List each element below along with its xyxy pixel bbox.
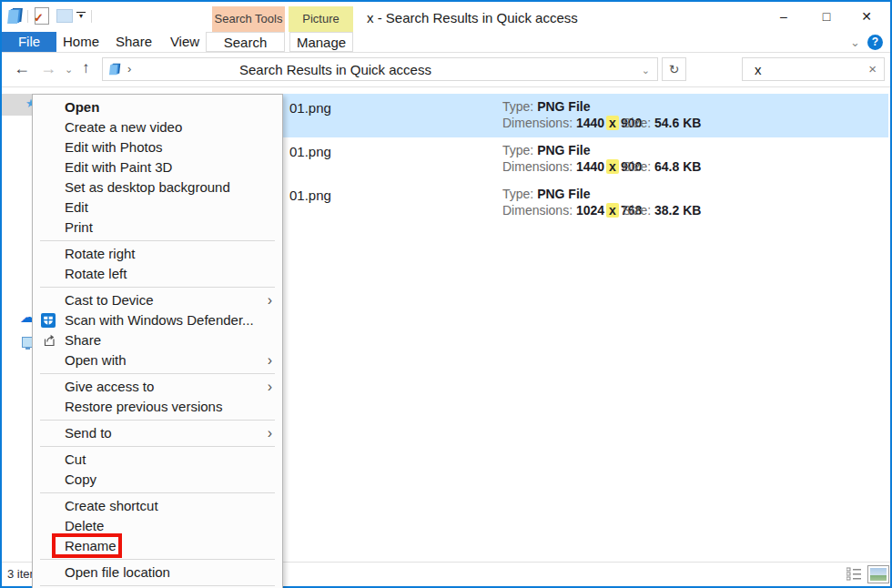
- tab-search[interactable]: Search: [206, 32, 285, 52]
- menu-item-label: Share: [65, 332, 101, 348]
- rename-annotation-box: [52, 533, 122, 558]
- new-folder-icon[interactable]: [56, 9, 73, 23]
- menu-item-send-to[interactable]: Send to›: [33, 423, 282, 443]
- back-button[interactable]: ←: [14, 59, 30, 78]
- qat-customize-button[interactable]: ▾: [76, 12, 86, 18]
- title-bar: ✓ ▾ Search Tools Picture Tools x - Searc…: [0, 0, 892, 32]
- context-menu: OpenCreate a new videoEdit with PhotosEd…: [32, 94, 283, 588]
- menu-item-open-with[interactable]: Open with›: [33, 350, 282, 370]
- file-type: Type: PNG File: [502, 143, 591, 157]
- explorer-window: ✓ ▾ Search Tools Picture Tools x - Searc…: [0, 0, 892, 588]
- menu-item-label: Rotate right: [65, 246, 136, 261]
- search-term-highlight: x: [606, 203, 619, 218]
- tab-home[interactable]: Home: [56, 32, 106, 52]
- file-row[interactable]: 01.pngType: PNG FileDimensions: 1024x768…: [275, 181, 888, 225]
- menu-item-restore-previous-versions[interactable]: Restore previous versions: [33, 397, 282, 417]
- file-row[interactable]: 01.pngType: PNG FileDimensions: 1440x900…: [275, 137, 888, 181]
- minimize-button[interactable]: –: [769, 7, 798, 25]
- menu-item-label: Create a new video: [65, 119, 182, 135]
- picture-tools-group: Picture Tools: [289, 6, 353, 32]
- menu-item-cut[interactable]: Cut: [33, 450, 282, 470]
- submenu-arrow-icon: ›: [268, 290, 272, 310]
- menu-item-open[interactable]: Open: [33, 97, 282, 117]
- menu-item-create-shortcut[interactable]: Create shortcut: [33, 496, 282, 516]
- menu-item-share[interactable]: Share: [33, 330, 282, 350]
- divider: [27, 10, 28, 23]
- search-term-highlight: x: [606, 159, 619, 174]
- menu-separator: [40, 420, 275, 421]
- tab-file[interactable]: File: [2, 32, 56, 52]
- menu-item-label: Give access to: [65, 379, 154, 394]
- file-size: Size: 38.2 KB: [623, 203, 701, 218]
- maximize-button[interactable]: □: [812, 7, 841, 25]
- file-row[interactable]: 01.pngType: PNG FileDimensions: 1440x900…: [275, 94, 888, 137]
- close-button[interactable]: ✕: [852, 7, 881, 25]
- this-pc-icon-stand: [25, 347, 30, 350]
- address-bar[interactable]: › Search Results in Quick access ⌄: [102, 57, 658, 81]
- menu-item-cast-to-device[interactable]: Cast to Device›: [33, 290, 282, 310]
- menu-item-label: Set as desktop background: [65, 179, 230, 195]
- file-dimensions: Dimensions: 1440x900: [502, 159, 642, 174]
- menu-separator: [40, 287, 275, 288]
- tab-manage[interactable]: Manage: [289, 32, 353, 52]
- menu-item-scan-with-windows-defender[interactable]: Scan with Windows Defender...: [33, 310, 282, 330]
- menu-item-rotate-left[interactable]: Rotate left: [33, 264, 282, 284]
- menu-item-label: Open file location: [65, 564, 170, 580]
- menu-item-label: Scan with Windows Defender...: [65, 312, 254, 328]
- file-type: Type: PNG File: [502, 99, 591, 114]
- properties-icon[interactable]: ✓: [35, 7, 49, 25]
- search-tools-group: Search Tools: [212, 6, 285, 32]
- divider: [0, 52, 892, 53]
- details-view-button[interactable]: [846, 567, 862, 581]
- tab-share[interactable]: Share: [107, 32, 160, 52]
- large-icons-view-button[interactable]: [867, 565, 889, 583]
- share-arrow-icon: [41, 333, 56, 348]
- menu-item-copy[interactable]: Copy: [33, 470, 282, 490]
- up-button[interactable]: ↑: [82, 59, 90, 77]
- submenu-arrow-icon: ›: [268, 377, 272, 397]
- address-dropdown-icon[interactable]: ⌄: [642, 65, 650, 76]
- divider: [0, 86, 892, 87]
- menu-item-label: Cut: [65, 451, 86, 467]
- check-icon: ✓: [34, 11, 44, 25]
- refresh-icon: ↻: [669, 62, 680, 76]
- file-dimensions: Dimensions: 1024x768: [502, 203, 642, 218]
- menu-separator: [40, 585, 275, 586]
- menu-item-edit[interactable]: Edit: [33, 198, 282, 218]
- menu-item-label: Delete: [65, 518, 104, 533]
- menu-item-label: Cast to Device: [65, 292, 154, 308]
- defender-shield-icon: [41, 313, 56, 328]
- menu-item-print[interactable]: Print: [33, 218, 282, 238]
- menu-item-set-as-desktop-background[interactable]: Set as desktop background: [33, 177, 282, 198]
- menu-item-label: Open: [65, 99, 99, 115]
- help-button[interactable]: ?: [867, 35, 883, 50]
- ribbon-tab-strip: File Home Share View Search Manage ⌄: [0, 32, 892, 52]
- recent-locations-icon[interactable]: ⌄: [65, 64, 73, 76]
- menu-item-create-a-new-video[interactable]: Create a new video: [33, 117, 282, 137]
- menu-separator: [40, 373, 275, 374]
- menu-item-label: Open with: [65, 352, 127, 368]
- file-name[interactable]: 01.png: [289, 144, 331, 159]
- search-input[interactable]: x ×: [742, 57, 885, 81]
- menu-item-label: Create shortcut: [65, 498, 158, 513]
- menu-item-label: Print: [65, 219, 93, 235]
- menu-item-open-file-location[interactable]: Open file location: [33, 563, 282, 583]
- refresh-button[interactable]: ↻: [662, 57, 686, 81]
- forward-button[interactable]: →: [40, 59, 56, 78]
- collapse-ribbon-icon[interactable]: ⌄: [850, 35, 860, 49]
- menu-item-rotate-right[interactable]: Rotate right: [33, 244, 282, 264]
- tab-view[interactable]: View: [160, 32, 209, 52]
- file-type: Type: PNG File: [502, 187, 591, 201]
- clear-search-icon[interactable]: ×: [868, 61, 877, 76]
- file-name[interactable]: 01.png: [289, 100, 331, 116]
- search-term-highlight: x: [606, 116, 619, 130]
- menu-item-give-access-to[interactable]: Give access to›: [33, 377, 282, 397]
- menu-item-edit-with-photos[interactable]: Edit with Photos: [33, 137, 282, 157]
- breadcrumb[interactable]: Search Results in Quick access: [239, 62, 431, 77]
- file-explorer-icon: [6, 7, 25, 25]
- file-name[interactable]: 01.png: [289, 188, 331, 203]
- breadcrumb-chevron-icon[interactable]: ›: [127, 62, 131, 76]
- menu-item-label: Send to: [65, 425, 112, 441]
- menu-item-edit-with-paint-3d[interactable]: Edit with Paint 3D: [33, 157, 282, 177]
- menu-item-label: Edit with Paint 3D: [65, 159, 172, 175]
